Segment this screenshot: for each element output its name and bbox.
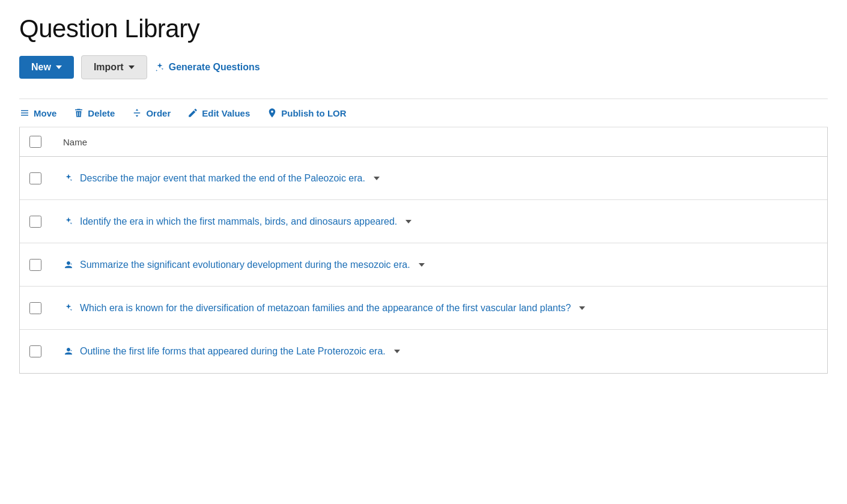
table-row: Outline the first life forms that appear… xyxy=(20,330,827,373)
publish-lor-icon xyxy=(267,108,278,118)
question-text-2[interactable]: Identify the era in which the first mamm… xyxy=(80,216,397,227)
new-button[interactable]: New xyxy=(19,56,74,79)
row-checkbox-3[interactable] xyxy=(29,259,41,271)
action-bar: Move Delete Order Edit Values xyxy=(19,99,828,127)
question-text-1[interactable]: Describe the major event that marked the… xyxy=(80,173,365,184)
row-expand-icon-5[interactable] xyxy=(394,350,400,353)
sparkle-icon xyxy=(63,173,74,184)
new-chevron-icon xyxy=(56,65,62,69)
row-checkbox-1[interactable] xyxy=(29,172,41,184)
delete-button[interactable]: Delete xyxy=(73,108,115,118)
generate-sparkle-icon xyxy=(154,62,165,73)
row-expand-icon-3[interactable] xyxy=(419,263,425,267)
name-column-header: Name xyxy=(63,137,87,147)
generate-questions-button[interactable]: Generate Questions xyxy=(154,62,260,73)
select-all-checkbox[interactable] xyxy=(29,136,41,148)
person-sparkle-icon xyxy=(63,346,74,357)
import-chevron-icon xyxy=(129,65,135,69)
sparkle-icon xyxy=(63,216,74,227)
person-sparkle-icon xyxy=(63,260,74,270)
question-text-3[interactable]: Summarize the significant evolutionary d… xyxy=(80,260,410,270)
question-text-4[interactable]: Which era is known for the diversificati… xyxy=(80,303,571,314)
row-content-2: Identify the era in which the first mamm… xyxy=(63,216,818,227)
edit-values-button[interactable]: Edit Values xyxy=(187,108,250,118)
table-row: Identify the era in which the first mamm… xyxy=(20,200,827,243)
row-content-5: Outline the first life forms that appear… xyxy=(63,346,818,357)
table-row: Which era is known for the diversificati… xyxy=(20,287,827,330)
trash-icon xyxy=(73,108,84,118)
row-expand-icon-4[interactable] xyxy=(579,306,585,310)
move-icon xyxy=(19,108,30,118)
new-button-label: New xyxy=(31,62,51,73)
questions-table: Name Describe the major event that marke… xyxy=(19,127,828,374)
generate-button-label: Generate Questions xyxy=(169,62,260,73)
row-expand-icon-2[interactable] xyxy=(405,220,411,223)
row-content-3: Summarize the significant evolutionary d… xyxy=(63,260,818,270)
row-content-1: Describe the major event that marked the… xyxy=(63,173,818,184)
table-row: Summarize the significant evolutionary d… xyxy=(20,243,827,287)
order-button[interactable]: Order xyxy=(132,108,171,118)
move-button[interactable]: Move xyxy=(19,108,56,118)
order-icon xyxy=(132,108,142,118)
row-checkbox-5[interactable] xyxy=(29,345,41,357)
table-row: Describe the major event that marked the… xyxy=(20,157,827,200)
sparkle-icon xyxy=(63,303,74,314)
row-checkbox-2[interactable] xyxy=(29,216,41,228)
import-button-label: Import xyxy=(94,62,124,73)
page-title: Question Library xyxy=(19,14,828,43)
row-expand-icon-1[interactable] xyxy=(374,177,380,180)
pencil-icon xyxy=(187,108,198,118)
table-header: Name xyxy=(20,127,827,157)
publish-lor-button[interactable]: Publish to LOR xyxy=(267,108,346,118)
toolbar: New Import Generate Questions xyxy=(19,55,828,79)
row-checkbox-4[interactable] xyxy=(29,302,41,314)
row-content-4: Which era is known for the diversificati… xyxy=(63,303,818,314)
import-button[interactable]: Import xyxy=(81,55,147,79)
question-text-5[interactable]: Outline the first life forms that appear… xyxy=(80,346,386,357)
